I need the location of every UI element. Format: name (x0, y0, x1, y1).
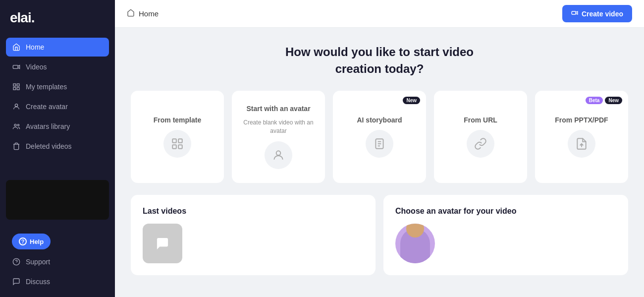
svg-point-8 (17, 124, 19, 126)
avatars-library-icon (12, 122, 21, 131)
sidebar-item-my-templates[interactable]: My templates (6, 77, 109, 96)
last-videos-title: Last videos (143, 207, 364, 216)
card-start-with-avatar-title: Start with an avatar (246, 105, 310, 113)
card-ai-storyboard[interactable]: New AI storyboard (333, 91, 426, 183)
new-badge-pptx: New (605, 97, 622, 104)
sidebar-item-create-avatar[interactable]: Create avatar (6, 97, 109, 116)
sidebar-nav: Home Videos My templates Create avatar A (0, 34, 115, 176)
sidebar-bottom: ? Help Support Discuss (0, 224, 115, 297)
sidebar-thumbnail (6, 180, 109, 220)
svg-rect-15 (172, 145, 176, 149)
svg-rect-11 (572, 11, 576, 14)
last-videos-content (143, 224, 364, 263)
svg-rect-4 (13, 87, 16, 90)
svg-marker-1 (18, 65, 19, 69)
video-icon (12, 62, 21, 71)
card-from-template-title: From template (154, 116, 201, 124)
discuss-icon (12, 277, 21, 286)
card-from-url-title: From URL (464, 116, 497, 124)
creation-cards: From template Start with an avatar Creat… (131, 91, 628, 183)
sidebar-item-discuss[interactable]: Discuss (6, 272, 109, 291)
sidebar-item-videos-label: Videos (26, 63, 47, 71)
sidebar-item-deleted-videos[interactable]: Deleted videos (6, 137, 109, 156)
help-icon: ? (19, 238, 27, 245)
pptx-icon (568, 130, 595, 158)
trash-icon (12, 142, 21, 151)
svg-rect-5 (17, 87, 19, 90)
new-badge: New (403, 97, 420, 104)
bottom-cards: Last videos Choose an avatar for your vi… (131, 195, 628, 275)
pptx-badges: Beta New (586, 97, 622, 104)
create-video-button[interactable]: Create video (562, 5, 632, 22)
sidebar: elai. Home Videos My templates Create av… (0, 0, 115, 297)
main-area: Home Create video How would you like to … (115, 0, 644, 297)
sidebar-item-videos[interactable]: Videos (6, 58, 109, 76)
avatar-body (400, 229, 430, 263)
choose-avatar-content (395, 224, 616, 263)
breadcrumb: Home (127, 9, 159, 18)
card-from-url[interactable]: From URL (434, 91, 527, 183)
create-avatar-icon (12, 102, 21, 111)
storyboard-icon (366, 130, 393, 158)
svg-point-7 (14, 124, 16, 126)
video-thumbnail (143, 224, 182, 263)
sidebar-item-avatars-library[interactable]: Avatars library (6, 117, 109, 136)
card-from-pptx-title: From PPTX/PDF (555, 116, 608, 124)
sidebar-item-my-templates-label: My templates (26, 83, 67, 91)
help-label: Help (30, 238, 44, 245)
sidebar-item-support-label: Support (26, 258, 50, 266)
sidebar-item-create-avatar-label: Create avatar (26, 103, 68, 111)
beta-badge: Beta (586, 97, 603, 104)
sidebar-item-avatars-library-label: Avatars library (26, 122, 70, 130)
create-video-label: Create video (582, 10, 623, 18)
ai-storyboard-badge: New (403, 97, 420, 104)
sidebar-item-discuss-label: Discuss (26, 278, 50, 286)
page-heading: How would you like to start video creati… (131, 44, 628, 77)
svg-rect-13 (172, 139, 176, 143)
avatar-preview (395, 224, 435, 263)
last-videos-card[interactable]: Last videos (131, 195, 376, 275)
svg-rect-3 (17, 84, 19, 86)
content-area: How would you like to start video creati… (115, 28, 644, 297)
topbar: Home Create video (115, 0, 644, 28)
svg-rect-16 (178, 145, 182, 149)
url-icon (467, 130, 494, 158)
sidebar-item-home[interactable]: Home (6, 38, 109, 57)
svg-point-6 (15, 104, 17, 107)
support-icon (12, 257, 21, 266)
sidebar-item-deleted-videos-label: Deleted videos (26, 142, 72, 150)
avatar-head (406, 224, 424, 238)
svg-point-17 (276, 151, 281, 155)
card-start-with-avatar[interactable]: Start with an avatar Create blank video … (232, 91, 325, 183)
card-from-pptx[interactable]: Beta New From PPTX/PDF (535, 91, 628, 183)
sidebar-item-support[interactable]: Support (6, 252, 109, 271)
template-icon (163, 130, 191, 158)
svg-rect-0 (13, 65, 18, 69)
home-icon (12, 43, 21, 52)
svg-rect-2 (13, 84, 16, 86)
svg-marker-12 (576, 11, 578, 14)
help-button[interactable]: ? Help (12, 234, 51, 249)
breadcrumb-text: Home (139, 9, 159, 18)
choose-avatar-card[interactable]: Choose an avatar for your video (383, 195, 628, 275)
card-from-template[interactable]: From template (131, 91, 224, 183)
card-start-with-avatar-subtitle: Create blank video with an avatar (242, 119, 315, 135)
avatar-icon (265, 141, 292, 169)
choose-avatar-title: Choose an avatar for your video (395, 207, 616, 216)
templates-icon (12, 82, 21, 91)
logo: elai. (0, 0, 115, 34)
home-breadcrumb-icon (127, 9, 135, 18)
sidebar-item-home-label: Home (26, 43, 44, 51)
create-video-icon (571, 9, 578, 18)
card-ai-storyboard-title: AI storyboard (357, 116, 402, 124)
svg-rect-14 (178, 139, 182, 143)
